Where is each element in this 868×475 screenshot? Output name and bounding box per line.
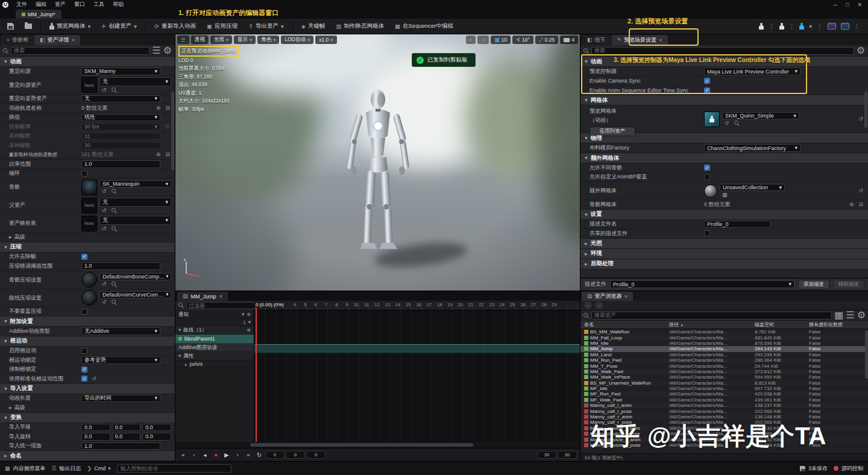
add-element-icon[interactable] bbox=[155, 152, 162, 157]
column-virtualized[interactable]: 拥有虚拟化数据 bbox=[809, 321, 868, 328]
forward-button[interactable] bbox=[595, 301, 603, 309]
error-threshold-input[interactable]: 1.0 bbox=[81, 262, 160, 270]
minimize-button[interactable]: ─ bbox=[834, 2, 837, 8]
output-log-button[interactable]: 输出日志 bbox=[52, 465, 81, 473]
section-naming[interactable]: 命名 bbox=[0, 451, 175, 461]
force-root-lock-checkbox[interactable] bbox=[81, 366, 87, 373]
go-to-start-button[interactable]: « bbox=[178, 450, 188, 459]
no-override-checkbox[interactable] bbox=[81, 309, 87, 315]
save-button[interactable] bbox=[4, 21, 17, 31]
keyframe-button[interactable]: 关键帧 bbox=[298, 20, 329, 32]
section-environment[interactable]: 环境 bbox=[580, 249, 868, 259]
asset-row[interactable]: Manny_calf_l_pose /All/Game/Characters/M… bbox=[580, 408, 868, 414]
preview-controller-dropdown[interactable]: Maya Live Link Preview Controller bbox=[704, 68, 800, 75]
viewport-menu-button[interactable] bbox=[177, 36, 189, 44]
browse-icon[interactable] bbox=[112, 189, 117, 194]
section-mesh[interactable]: 网格体 bbox=[580, 95, 868, 105]
translation-y-input[interactable]: 0.0 bbox=[112, 424, 141, 432]
section-additive[interactable]: 附加设置 bbox=[0, 316, 175, 327]
left-scrollbar[interactable] bbox=[171, 92, 174, 170]
viewport[interactable]: 透视 光照 显示 角色 LOD自动 x1.0 ⌖ ⊹ 10 ∢10° ⤢0.25… bbox=[175, 34, 580, 291]
playback-range-start[interactable]: 0 bbox=[286, 451, 305, 459]
scale-snap-button[interactable]: ⤢0.25 bbox=[535, 36, 558, 44]
section-transform[interactable]: 变换 bbox=[0, 413, 175, 423]
select-tool-icon[interactable]: ⌖ bbox=[466, 36, 476, 44]
retarget-pose-dropdown[interactable]: 无 bbox=[81, 95, 160, 103]
apply-compression-button[interactable]: 应用压缩 bbox=[203, 20, 241, 32]
compression-thumbnail[interactable] bbox=[81, 290, 97, 306]
interpolation-dropdown[interactable]: 线性 bbox=[81, 114, 160, 122]
section-settings[interactable]: 设置 bbox=[580, 210, 868, 220]
timeline-tracks[interactable] bbox=[254, 310, 580, 442]
import-scale-input[interactable]: 1.0 bbox=[81, 442, 160, 450]
browse-icon[interactable] bbox=[112, 226, 117, 231]
step-forward-button[interactable]: › bbox=[233, 450, 242, 459]
camera-speed-button[interactable]: 4 bbox=[560, 36, 578, 44]
add-profile-button[interactable]: 添加描述 bbox=[798, 280, 829, 289]
list-view-icon[interactable] bbox=[846, 310, 854, 320]
active-preview-mode-icon[interactable] bbox=[799, 23, 804, 30]
step-back-button[interactable]: ‹ bbox=[189, 450, 199, 459]
asset-row[interactable]: Manny_calf_r_anim /All/Game/Characters/M… bbox=[580, 414, 868, 420]
character-dropdown[interactable]: 角色 bbox=[257, 36, 279, 44]
use-selected-icon[interactable] bbox=[101, 300, 108, 305]
remove-profile-button[interactable]: 移除描述 bbox=[833, 280, 864, 289]
asset-row[interactable]: MM_Land /All/Game/Characters/Ma... 293.2… bbox=[580, 352, 868, 357]
section-import-settings[interactable]: 导入设置 bbox=[0, 384, 175, 394]
tab-asset-details[interactable]: 资产详情 bbox=[34, 35, 80, 45]
delete-elements-icon[interactable] bbox=[164, 105, 171, 111]
asset-row[interactable]: MM_Idle /All/Game/Characters/Ma... 876.5… bbox=[580, 341, 868, 346]
delete-elements-icon[interactable] bbox=[164, 152, 171, 157]
asset-row[interactable]: MF_Idle /All/Game/Characters/Ma... 897.7… bbox=[580, 386, 868, 391]
asset-row[interactable]: MF_Walk_Fwd /All/Game/Characters/Ma... 4… bbox=[580, 397, 868, 403]
view-mode-icon[interactable] bbox=[834, 310, 843, 320]
profile-name-input[interactable]: Profile_0 bbox=[704, 221, 770, 228]
skeleton-thumbnail[interactable] bbox=[81, 180, 97, 195]
add-element-icon[interactable] bbox=[848, 202, 855, 207]
delete-elements-icon[interactable] bbox=[857, 202, 864, 207]
transform-tool-icon[interactable]: ⊹ bbox=[477, 36, 489, 44]
play-reverse-button[interactable]: ◂ bbox=[200, 450, 210, 459]
rate-scale-input[interactable]: 1.0 bbox=[81, 160, 160, 168]
rotation-x-input[interactable]: 0.0 bbox=[81, 433, 110, 441]
section-postprocess[interactable]: 后期处理 bbox=[580, 259, 868, 269]
asset-thumbnail[interactable]: None bbox=[81, 77, 97, 93]
asset-thumbnail[interactable]: None bbox=[81, 198, 97, 213]
allow-different-skeletons-checkbox[interactable] bbox=[704, 165, 710, 171]
unsaved-button[interactable]: 3未保存 bbox=[800, 465, 828, 473]
section-root-motion[interactable]: 根运动 bbox=[0, 336, 175, 347]
perspective-dropdown[interactable]: 透视 bbox=[191, 36, 209, 44]
track-notify-lane[interactable]: 1 bbox=[175, 319, 254, 326]
rotation-y-input[interactable]: 0.0 bbox=[112, 433, 141, 441]
lod-dropdown[interactable]: LOD自动 bbox=[281, 36, 313, 44]
details-search-input[interactable] bbox=[11, 47, 149, 55]
playhead-line[interactable] bbox=[256, 308, 257, 442]
section-compression[interactable]: 压缩 bbox=[0, 242, 175, 253]
options-dots-icon[interactable] bbox=[789, 24, 795, 30]
row-advanced-2[interactable]: 高级 bbox=[0, 403, 175, 413]
track-timeline-area[interactable]: 1234567891011121314151617181920212223242… bbox=[254, 301, 580, 442]
cloth-factory-dropdown[interactable]: ChaosClothingSimulationFactory bbox=[704, 144, 800, 152]
shared-profile-checkbox[interactable] bbox=[704, 230, 710, 236]
use-selected-icon[interactable] bbox=[101, 226, 108, 231]
column-path[interactable]: 路径 bbox=[669, 321, 755, 328]
settings-gear-icon[interactable] bbox=[857, 46, 865, 55]
close-icon[interactable] bbox=[624, 294, 628, 298]
asset-row[interactable]: MM_Jump /All/Game/Characters/Ma... 284.1… bbox=[580, 346, 868, 351]
add-notify-icon[interactable] bbox=[247, 312, 251, 317]
details-scrollbar[interactable] bbox=[864, 92, 867, 128]
asset-thumbnail[interactable]: None bbox=[81, 216, 97, 231]
menu-item[interactable]: 工具 bbox=[89, 1, 108, 8]
reimport-anim-button[interactable]: 重新导入动画 bbox=[151, 20, 200, 32]
make-static-mesh-button[interactable]: 制作静态网格体 bbox=[333, 20, 388, 32]
bone-compression-dropdown[interactable]: DefaultAnimBoneCompressionS bbox=[99, 273, 171, 280]
skeleton-dropdown[interactable]: SK_Mannequin bbox=[99, 180, 171, 187]
view-options-icon[interactable] bbox=[152, 46, 160, 55]
tab-skeleton-tree[interactable]: 骨骼树 bbox=[1, 35, 34, 45]
browse-icon[interactable] bbox=[112, 87, 117, 93]
track-notifies[interactable]: 通知 bbox=[175, 310, 254, 319]
preview-mesh-button[interactable]: 预览网格体 bbox=[46, 20, 94, 32]
close-icon[interactable] bbox=[219, 294, 223, 298]
profile-dropdown[interactable]: Profile_0 bbox=[610, 280, 794, 288]
curve-compression-dropdown[interactable]: DefaultAnimCurveCompression bbox=[99, 291, 171, 298]
